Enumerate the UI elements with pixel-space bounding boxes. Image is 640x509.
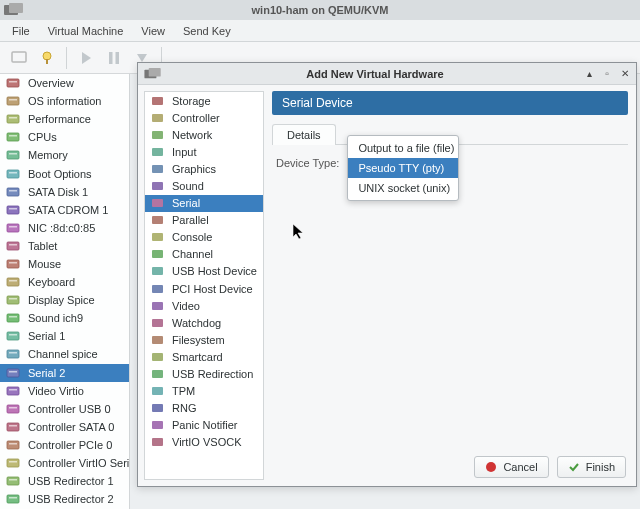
cancel-button[interactable]: Cancel (474, 456, 548, 478)
category-item[interactable]: TPM (145, 383, 263, 400)
svg-rect-9 (7, 79, 19, 87)
minimize-button[interactable]: ▴ (582, 67, 596, 81)
menu-file[interactable]: File (4, 22, 38, 40)
sidebar-item[interactable]: Performance (0, 110, 129, 128)
sidebar-item[interactable]: Controller SATA 0 (0, 418, 129, 436)
svg-rect-71 (152, 302, 163, 310)
pause-button[interactable] (103, 47, 125, 69)
svg-rect-56 (9, 497, 17, 499)
sidebar-item[interactable]: OS information (0, 92, 129, 110)
sidebar-item[interactable]: Controller PCIe 0 (0, 436, 129, 454)
sidebar-item[interactable]: Boot Options (0, 164, 129, 182)
sidebar-item[interactable]: Mouse (0, 255, 129, 273)
svg-rect-39 (7, 350, 19, 358)
menu-send-key[interactable]: Send Key (175, 22, 239, 40)
sidebar-item-label: SATA CDROM 1 (28, 204, 108, 216)
sidebar-item-label: Performance (28, 113, 91, 125)
svg-rect-27 (7, 242, 19, 250)
svg-marker-80 (293, 224, 303, 239)
sidebar-item[interactable]: Tablet (0, 237, 129, 255)
menu-virtual-machine[interactable]: Virtual Machine (40, 22, 132, 40)
tab-details[interactable]: Details (272, 124, 336, 145)
category-item[interactable]: Parallel (145, 212, 263, 229)
svg-rect-35 (7, 314, 19, 322)
sidebar-item[interactable]: SATA Disk 1 (0, 183, 129, 201)
device-type-option[interactable]: Output to a file (file) (348, 138, 458, 158)
svg-rect-55 (7, 495, 19, 503)
category-item[interactable]: Channel (145, 246, 263, 263)
content-banner: Serial Device (272, 91, 628, 115)
svg-rect-24 (9, 208, 17, 210)
console-view-button[interactable] (8, 47, 30, 69)
category-label: Console (172, 231, 212, 243)
category-label: PCI Host Device (172, 283, 253, 295)
svg-rect-11 (7, 97, 19, 105)
add-hardware-dialog: Add New Virtual Hardware ▴ ▫ ✕ StorageCo… (137, 62, 637, 487)
hardware-sidebar[interactable]: OverviewOS informationPerformanceCPUsMem… (0, 74, 130, 509)
category-item[interactable]: Controller (145, 109, 263, 126)
category-item[interactable]: RNG (145, 400, 263, 417)
category-item[interactable]: Console (145, 229, 263, 246)
sidebar-item[interactable]: Serial 2 (0, 364, 129, 382)
sidebar-item[interactable]: Video Virtio (0, 382, 129, 400)
svg-rect-72 (152, 319, 163, 327)
sidebar-item[interactable]: Controller USB 0 (0, 400, 129, 418)
run-button[interactable] (75, 47, 97, 69)
svg-rect-31 (7, 278, 19, 286)
sidebar-item-label: Sound ich9 (28, 312, 83, 324)
svg-rect-65 (152, 199, 163, 207)
category-item[interactable]: Input (145, 143, 263, 160)
details-view-button[interactable] (36, 47, 58, 69)
sidebar-item[interactable]: USB Redirector 2 (0, 490, 129, 508)
category-item[interactable]: USB Host Device (145, 263, 263, 280)
main-titlebar: win10-ham on QEMU/KVM (0, 0, 640, 20)
category-item[interactable]: PCI Host Device (145, 280, 263, 297)
sidebar-item[interactable]: Overview (0, 74, 129, 92)
category-label: Panic Notifier (172, 419, 237, 431)
category-item[interactable]: Watchdog (145, 314, 263, 331)
sidebar-item[interactable]: SATA CDROM 1 (0, 201, 129, 219)
finish-button[interactable]: Finish (557, 456, 626, 478)
category-item[interactable]: Graphics (145, 160, 263, 177)
sidebar-item[interactable]: NIC :8d:c0:85 (0, 219, 129, 237)
sidebar-item[interactable]: Keyboard (0, 273, 129, 291)
category-item[interactable]: Serial (145, 195, 263, 212)
category-item[interactable]: Storage (145, 92, 263, 109)
hardware-category-list[interactable]: StorageControllerNetworkInputGraphicsSou… (144, 91, 264, 480)
category-item[interactable]: Sound (145, 177, 263, 194)
category-item[interactable]: USB Redirection (145, 366, 263, 383)
category-item[interactable]: Panic Notifier (145, 417, 263, 434)
svg-rect-18 (9, 153, 17, 155)
sidebar-item[interactable]: Serial 1 (0, 327, 129, 345)
svg-rect-26 (9, 226, 17, 228)
dialog-titlebar[interactable]: Add New Virtual Hardware ▴ ▫ ✕ (138, 63, 636, 85)
svg-rect-68 (152, 250, 163, 258)
device-type-option[interactable]: UNIX socket (unix) (348, 178, 458, 198)
menu-view[interactable]: View (133, 22, 173, 40)
svg-rect-25 (7, 224, 19, 232)
category-item[interactable]: Video (145, 297, 263, 314)
category-item[interactable]: VirtIO VSOCK (145, 434, 263, 451)
device-type-option[interactable]: Pseudo TTY (pty) (348, 158, 458, 178)
svg-point-81 (486, 462, 496, 472)
category-label: Parallel (172, 214, 209, 226)
sidebar-item[interactable]: USB Redirector 1 (0, 472, 129, 490)
sidebar-item[interactable]: Display Spice (0, 291, 129, 309)
close-button[interactable]: ✕ (618, 67, 632, 81)
category-label: Storage (172, 95, 211, 107)
sidebar-item[interactable]: CPUs (0, 128, 129, 146)
device-type-menu[interactable]: Output to a file (file)Pseudo TTY (pty)U… (347, 135, 459, 201)
sidebar-item[interactable]: Sound ich9 (0, 309, 129, 327)
sidebar-item[interactable]: Channel spice (0, 345, 129, 363)
sidebar-item[interactable]: Controller VirtIO Serial (0, 454, 129, 472)
maximize-button[interactable]: ▫ (600, 67, 614, 81)
svg-point-3 (43, 52, 51, 60)
sidebar-item-label: Serial 1 (28, 330, 65, 342)
svg-rect-60 (152, 114, 163, 122)
category-item[interactable]: Smartcard (145, 348, 263, 365)
cursor-icon (293, 224, 307, 240)
sidebar-item-label: Mouse (28, 258, 61, 270)
sidebar-item[interactable]: Memory (0, 146, 129, 164)
category-item[interactable]: Network (145, 126, 263, 143)
category-item[interactable]: Filesystem (145, 331, 263, 348)
